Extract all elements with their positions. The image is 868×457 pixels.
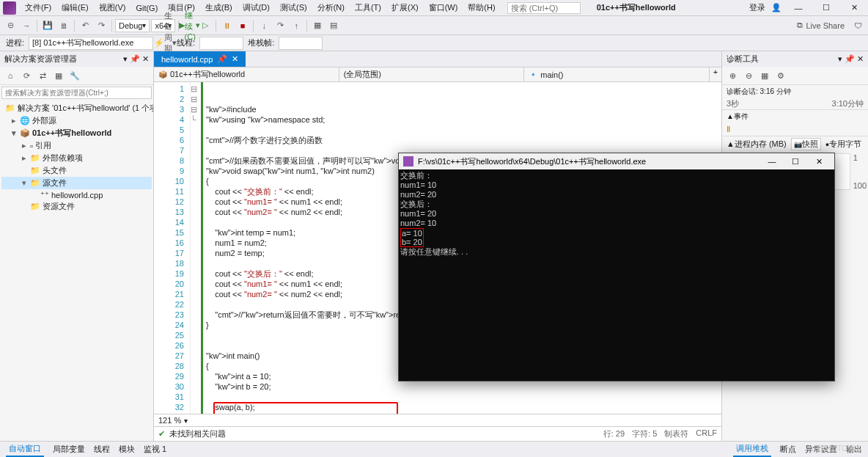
console-minimize[interactable]: — [761,154,783,169]
admin-icon[interactable]: 🛡 [850,18,865,33]
nav-scope-combo[interactable]: (全局范围) [339,67,525,81]
status-tab-watch[interactable]: 监视 1 [144,444,166,455]
console-titlebar[interactable]: F:\vs\01c++书写helloworld\x64\Debug\01c++书… [399,153,834,169]
status-tab-autos[interactable]: 自动窗口 [6,442,44,457]
menu-file[interactable]: 文件(F) [21,1,56,15]
thread-combo[interactable] [199,37,243,50]
login-link[interactable]: 登录 [749,2,765,13]
diag-time-start: 3秒 [727,98,739,109]
menu-test[interactable]: 测试(S) [276,1,312,15]
pause-debug-button[interactable]: ⏸ [219,18,234,33]
properties-icon[interactable]: 🔧 [67,68,82,83]
console-window[interactable]: F:\vs\01c++书写helloworld\x64\Debug\01c++书… [398,153,835,381]
refresh-icon[interactable]: ⟳ [19,68,34,83]
diag-memory-label[interactable]: ▲进程内存 (MB) [727,139,787,150]
diag-btn-1[interactable]: ⊕ [725,68,740,83]
liveshare-button[interactable]: ⧉ Live Share [797,21,845,30]
config-combo[interactable]: Debug ▾ [115,19,150,32]
diag-pin-icon[interactable]: ▾ 📌 ✕ [838,54,864,64]
tree-sources[interactable]: ▾📁 源文件 [1,177,152,189]
status-tab-modules[interactable]: 模块 [119,444,135,455]
menu-view[interactable]: 视图(V) [95,1,130,15]
tab-close-icon[interactable]: ✕ [232,54,238,64]
stack-label: 堆栈帧: [248,37,274,48]
redo-button[interactable]: ↷ [94,18,108,33]
search-input[interactable] [507,2,581,14]
close-button[interactable]: ✕ [843,1,865,15]
tree-project[interactable]: ▾📦 01c++书写helloworld [1,127,152,139]
editor-footer: 121 % ▾ [154,414,721,426]
nav-back-button[interactable]: ⊝ [3,18,18,33]
menu-help[interactable]: 帮助(H) [463,1,499,15]
tree-headers[interactable]: 📁 头文件 [1,164,152,177]
no-issues-icon: ✔ [158,429,165,439]
nav-fwd-button[interactable]: → [19,18,34,33]
fold-column[interactable]: ⊟ ⊟⊟ └ [191,82,201,414]
step-into-button[interactable]: ↓ [257,18,271,33]
editor-tabs: helloworld.cpp 📌 ✕ [154,51,721,67]
menu-analyze[interactable]: 分析(N) [313,1,349,15]
menu-tools[interactable]: 工具(T) [350,1,386,15]
menu-edit[interactable]: 编辑(E) [57,1,93,15]
diag-btn-3[interactable]: ▦ [757,68,772,83]
diag-events[interactable]: ▲事件 [722,109,868,123]
status-tab-threads[interactable]: 线程 [94,444,110,455]
stack-combo[interactable] [279,37,323,50]
solution-search-input[interactable] [1,87,152,99]
console-close[interactable]: ✕ [808,154,830,169]
console-maximize[interactable]: ☐ [784,154,806,169]
solution-tree[interactable]: 📁 解决方案 '01c++书写helloworld' (1 个项目，共 1 个)… [0,100,153,441]
user-icon[interactable]: 👤 [771,3,781,12]
save-all-button[interactable]: 🗎 [56,18,71,33]
menu-window[interactable]: 窗口(W) [424,1,463,15]
minimize-button[interactable]: — [787,1,809,15]
diag-time-end: 3:10分钟 [832,98,864,109]
status-line: 行: 29 [603,428,625,439]
solution-panel-title: 解决方案资源管理器 [4,54,77,65]
tree-external-deps[interactable]: ▸📁 外部依赖项 [1,152,152,164]
run-button[interactable]: ▷ [198,18,213,33]
nav-member-combo[interactable]: 🔹 main() [524,67,710,81]
status-tab-callstack[interactable]: 调用堆栈 [733,442,771,457]
diag-session: 诊断会话: 3:16 分钟 [722,85,868,98]
tree-resources[interactable]: 📁 资源文件 [1,200,152,213]
status-encoding: CRLF [696,428,717,439]
stop-debug-button[interactable]: ■ [235,18,250,33]
menu-build[interactable]: 生成(B) [201,1,237,15]
solution-root[interactable]: 📁 解决方案 '01c++书写helloworld' (1 个项目，共 1 个) [1,102,152,114]
step-over-button[interactable]: ↷ [273,18,287,33]
status-tab-locals[interactable]: 局部变量 [53,444,85,455]
tool-btn-2[interactable]: ▤ [326,18,341,33]
sync-icon[interactable]: ⇄ [35,68,50,83]
tree-external-sources[interactable]: ▸🌐 外部源 [1,114,152,127]
diag-btn-2[interactable]: ⊖ [741,68,756,83]
diag-btn-4[interactable]: ⚙ [773,68,788,83]
continue-button[interactable]: ▶ 继续(C) ▾ [182,18,196,33]
show-all-icon[interactable]: ▦ [51,68,66,83]
save-button[interactable]: 💾 [40,18,55,33]
tab-helloworld[interactable]: helloworld.cpp 📌 ✕ [154,51,246,67]
editor-nav-bar: 📦 01c++书写helloworld (全局范围) 🔹 main() + [154,67,721,82]
tree-helloworld-cpp[interactable]: ⁺⁺ helloworld.cpp [1,189,152,200]
tab-pin-icon[interactable]: 📌 [217,54,227,64]
lifecycle-button[interactable]: ⚡ 生命周期事件 ▾ [158,36,172,51]
tab-label: helloworld.cpp [161,55,213,64]
diag-y-top: 1 [853,153,867,162]
diag-snapshot-button[interactable]: 📷快照 [791,138,821,150]
menu-extensions[interactable]: 扩展(X) [387,1,423,15]
nav-project-combo[interactable]: 📦 01c++书写helloworld [154,67,339,81]
menu-git[interactable]: Git(G) [131,2,162,14]
zoom-combo[interactable]: 121 % [158,416,181,425]
tool-btn-1[interactable]: ▦ [310,18,325,33]
solution-toolbar: ⌂ ⟳ ⇄ ▦ 🔧 [0,67,153,85]
step-out-button[interactable]: ↑ [289,18,304,33]
status-tab-breakpoints[interactable]: 断点 [780,444,796,455]
tree-references[interactable]: ▸▫ 引用 [1,139,152,152]
process-combo[interactable]: [8] 01c++书写helloworld.exe [29,37,153,50]
undo-button[interactable]: ↶ [78,18,92,33]
menu-debug[interactable]: 调试(D) [238,1,274,15]
maximize-button[interactable]: ☐ [815,1,837,15]
home-icon[interactable]: ⌂ [3,68,18,83]
pin-icon[interactable]: ▾ 📌 ✕ [123,54,149,63]
split-icon[interactable]: + [710,67,721,81]
